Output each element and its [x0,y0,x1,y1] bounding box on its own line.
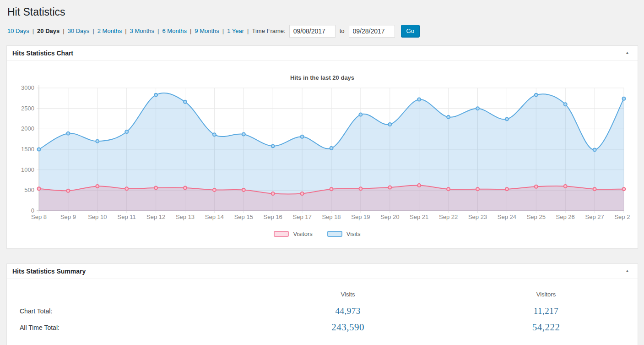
chart-panel-title: Hits Statistics Chart [12,49,73,57]
chart-point-visitors[interactable] [330,187,333,191]
chart-point-visits[interactable] [535,93,538,97]
chart-point-visitors[interactable] [38,187,41,190]
chart-point-visitors[interactable] [593,187,596,191]
chart-point-visits[interactable] [66,132,70,135]
chart-point-visits[interactable] [213,133,216,136]
x-tick-label: Sep 20 [380,214,399,220]
chart-point-visits[interactable] [447,115,450,119]
chart-point-visits[interactable] [359,113,362,116]
chart-point-visits[interactable] [154,93,157,97]
legend-item-visits[interactable]: Visits [327,230,371,237]
visitors-swatch-icon [274,231,289,237]
chart-point-visits[interactable] [330,147,333,150]
chart-point-visits[interactable] [125,130,128,133]
chart-legend: Visitors Visits [14,229,630,239]
chart-point-visitors[interactable] [417,184,421,187]
time-range-6-months[interactable]: 6 Months [162,27,186,34]
y-tick-label: 3000 [21,84,34,91]
chart-total-visits: 44,973 [236,303,460,319]
chart-total-label: Chart Total: [7,303,236,319]
time-range-10-days[interactable]: 10 Days [7,27,29,34]
chart-point-visits[interactable] [622,97,626,100]
date-from-input[interactable] [289,25,336,38]
chart-point-visitors[interactable] [476,187,479,191]
chart-point-visitors[interactable] [96,185,99,188]
legend-label-visits: Visits [346,230,361,237]
x-tick-label: Sep 25 [527,214,546,220]
x-tick-label: Sep 17 [292,214,311,220]
summary-panel-header[interactable]: Hits Statistics Summary ▲ [7,264,638,279]
x-tick-label: Sep 27 [585,214,604,220]
chart-point-visits[interactable] [242,132,245,136]
separator: | [157,27,159,34]
chart-point-visitors[interactable] [505,187,509,191]
x-tick-label: Sep 15 [234,214,253,220]
collapse-arrow-icon[interactable]: ▲ [622,49,632,57]
chart-point-visitors[interactable] [154,186,157,189]
chart-point-visitors[interactable] [66,189,70,192]
chart-panel: Hits Statistics Chart ▲ Hits in the last… [6,45,638,249]
separator: | [190,27,191,34]
chart-point-visits[interactable] [564,103,567,106]
time-range-2-months[interactable]: 2 Months [97,27,122,34]
x-tick-label: Sep 14 [205,214,224,220]
chart-point-visitors[interactable] [125,187,128,190]
chart-point-visitors[interactable] [271,192,275,195]
chart-point-visitors[interactable] [447,187,450,191]
x-tick-label: Sep 16 [264,214,282,220]
page: Hit Statistics 10 Days|20 Days|30 Days|2… [0,0,644,345]
chart-point-visits[interactable] [96,140,99,143]
time-range-20-days[interactable]: 20 Days [37,27,60,34]
y-tick-label: 500 [24,186,34,193]
x-tick-label: Sep 9 [60,214,76,220]
x-tick-label: Sep 24 [498,214,516,220]
legend-item-visitors[interactable]: Visitors [274,230,322,237]
chart-point-visitors[interactable] [184,186,187,189]
time-range-1-year[interactable]: 1 Year [227,27,244,34]
chart-point-visits[interactable] [505,117,509,120]
chart-point-visits[interactable] [271,144,275,148]
summary-panel: Hits Statistics Summary ▲ Visits Visitor… [6,263,638,345]
time-range-3-months[interactable]: 3 Months [130,27,154,34]
x-tick-label: Sep 10 [88,214,107,220]
chart-point-visitors[interactable] [359,187,362,190]
x-tick-label: Sep 12 [146,214,165,220]
chart-point-visitors[interactable] [213,188,216,192]
x-tick-label: Sep 8 [31,214,47,220]
separator: | [63,27,64,34]
chart-panel-body: Hits in the last 20 days 050010001500200… [7,61,638,248]
chart-point-visits[interactable] [476,107,479,110]
x-tick-label: Sep 21 [410,214,428,220]
chart-point-visitors[interactable] [564,185,567,188]
chart-point-visitors[interactable] [242,188,245,192]
chart-point-visits[interactable] [417,98,421,101]
y-tick-label: 1500 [21,146,34,153]
chart-point-visitors[interactable] [301,192,304,195]
go-button[interactable]: Go [401,25,420,38]
chart-point-visits[interactable] [593,148,596,151]
x-tick-label: Sep 26 [556,214,575,220]
chart-point-visitors[interactable] [622,187,626,191]
collapse-arrow-icon[interactable]: ▲ [622,267,632,275]
x-tick-label: Sep 23 [468,214,487,220]
visits-swatch-icon [327,231,342,237]
separator: | [222,27,224,34]
time-range-30-days[interactable]: 30 Days [68,27,90,34]
all-time-total-visits: 243,590 [236,319,460,336]
summary-col-visitors: Visitors [460,286,632,303]
time-range-links: 10 Days|20 Days|30 Days|2 Months|3 Month… [7,27,252,34]
chart-point-visitors[interactable] [535,185,538,188]
chart-panel-header[interactable]: Hits Statistics Chart ▲ [7,46,638,61]
time-range-9-months[interactable]: 9 Months [195,27,219,34]
y-tick-label: 2000 [21,125,34,132]
chart-point-visitors[interactable] [388,186,391,189]
chart-point-visits[interactable] [184,100,187,104]
x-tick-label: Sep 19 [351,214,370,220]
chart-point-visits[interactable] [388,123,391,126]
chart-title: Hits in the last 20 days [14,74,630,82]
separator: | [247,27,249,34]
separator: | [32,27,34,34]
chart-point-visits[interactable] [301,135,304,138]
date-to-input[interactable] [349,25,395,38]
chart-point-visits[interactable] [38,148,41,151]
